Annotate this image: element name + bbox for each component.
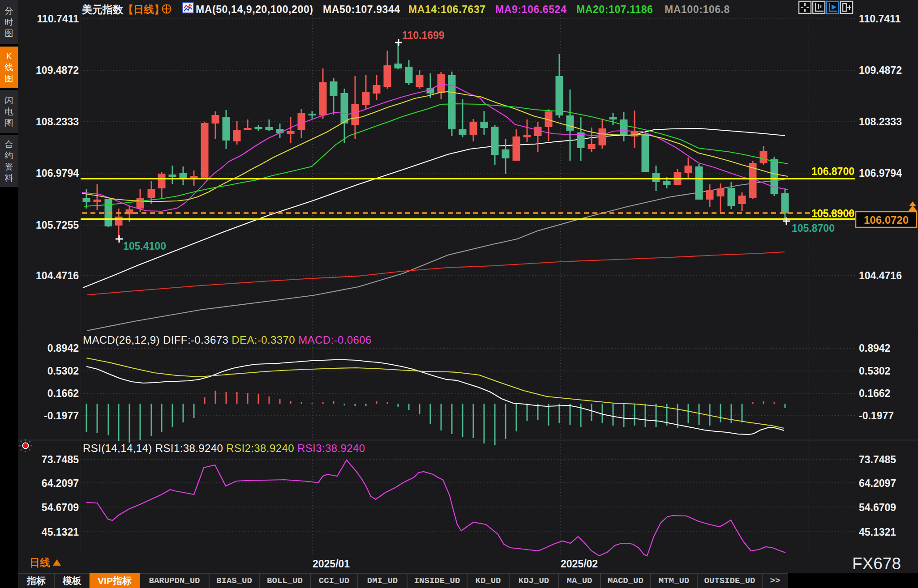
svg-text:2025/02: 2025/02 xyxy=(561,558,598,570)
svg-text:108.2333: 108.2333 xyxy=(859,116,902,128)
svg-text:MACD(26,12,9) DIFF:-0.3673 DE: MACD(26,12,9) DIFF:-0.3673 DEA:-0.3370 M… xyxy=(83,334,372,346)
svg-text:104.4716: 104.4716 xyxy=(36,270,79,281)
svg-text:45.1321: 45.1321 xyxy=(42,526,79,538)
svg-text:110.7411: 110.7411 xyxy=(859,13,901,25)
svg-text:0.8942: 0.8942 xyxy=(859,342,890,354)
svg-text:108.2333: 108.2333 xyxy=(36,116,79,128)
svg-text:106.9794: 106.9794 xyxy=(859,167,902,179)
svg-text:美元指数【日线】: 美元指数【日线】 xyxy=(82,4,164,15)
svg-text:106.0720: 106.0720 xyxy=(864,214,909,226)
svg-text:110.1699: 110.1699 xyxy=(402,30,445,41)
svg-text:MA14:106.7637: MA14:106.7637 xyxy=(408,4,486,15)
svg-text:0.1662: 0.1662 xyxy=(859,388,890,399)
svg-text:0.5302: 0.5302 xyxy=(47,365,79,377)
svg-text:45.1321: 45.1321 xyxy=(859,526,896,538)
svg-text:0.5302: 0.5302 xyxy=(859,365,890,377)
svg-text:109.4872: 109.4872 xyxy=(36,64,79,76)
svg-text:73.7485: 73.7485 xyxy=(859,454,896,465)
svg-text:105.8700: 105.8700 xyxy=(792,222,835,234)
svg-text:64.2097: 64.2097 xyxy=(859,477,896,489)
svg-text:0.8942: 0.8942 xyxy=(47,342,79,354)
svg-text:104.4716: 104.4716 xyxy=(859,270,902,281)
svg-text:0.1662: 0.1662 xyxy=(47,388,79,399)
svg-text:MA20:107.1186: MA20:107.1186 xyxy=(576,4,653,15)
svg-text:MA9:106.6524: MA9:106.6524 xyxy=(495,4,566,15)
svg-text:FX678: FX678 xyxy=(852,554,901,573)
svg-text:2025/01: 2025/01 xyxy=(313,558,350,570)
svg-text:RSI(14,14,14) RSI1:38.9240 RS: RSI(14,14,14) RSI1:38.9240 RSI2:38.9240 … xyxy=(83,442,365,454)
svg-text:-0.1977: -0.1977 xyxy=(859,410,894,422)
svg-text:64.2097: 64.2097 xyxy=(42,477,79,489)
svg-text:105.7255: 105.7255 xyxy=(36,219,79,231)
svg-text:105.4100: 105.4100 xyxy=(123,240,166,252)
svg-text:109.4872: 109.4872 xyxy=(859,64,902,76)
svg-text:54.6709: 54.6709 xyxy=(42,502,79,513)
svg-text:110.7411: 110.7411 xyxy=(37,13,79,25)
svg-text:73.7485: 73.7485 xyxy=(42,454,79,465)
svg-text:-0.1977: -0.1977 xyxy=(44,410,79,422)
svg-text:106.8700: 106.8700 xyxy=(811,166,854,177)
svg-text:54.6709: 54.6709 xyxy=(859,502,896,513)
svg-text:MA50:107.9344: MA50:107.9344 xyxy=(323,4,400,15)
svg-text:日线: 日线 xyxy=(30,557,50,568)
svg-text:106.9794: 106.9794 xyxy=(36,167,79,179)
svg-text:MA(50,14,9,20,100,200): MA(50,14,9,20,100,200) xyxy=(196,4,313,15)
svg-text:105.8900: 105.8900 xyxy=(811,208,854,219)
svg-text:MA100:106.8: MA100:106.8 xyxy=(665,4,730,15)
